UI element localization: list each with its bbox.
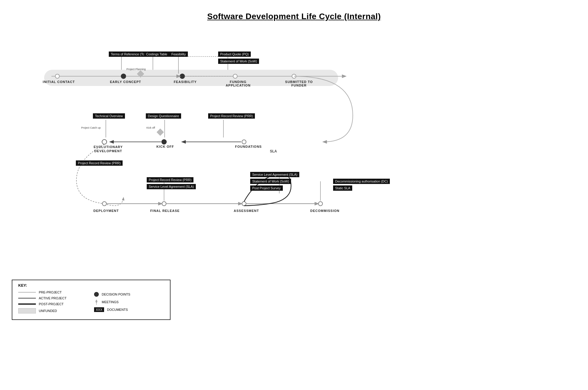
key-documents-label: DOCUMENTS bbox=[107, 308, 128, 311]
key-unfunded: UNFUNDED bbox=[18, 308, 88, 313]
stage-kick-off: KICK OFF bbox=[151, 145, 180, 148]
key-active-project-line bbox=[18, 298, 36, 298]
doc-static-sla[interactable]: Static SLA bbox=[333, 185, 352, 191]
key-active-project-label: ACTIVE PROJECT bbox=[39, 296, 66, 300]
svg-point-20 bbox=[162, 140, 166, 144]
svg-point-19 bbox=[102, 140, 107, 144]
doc-feasibility[interactable]: Feasibility bbox=[169, 52, 188, 57]
svg-point-4 bbox=[180, 74, 185, 79]
stage-deployment: DEPLOYMENT bbox=[90, 209, 122, 213]
key-meetings: MEETINGS bbox=[94, 299, 164, 305]
doc-costings-table[interactable]: Costings Table bbox=[144, 52, 169, 57]
small-project-catchup: Project Catch up bbox=[81, 126, 101, 129]
key-unfunded-box bbox=[18, 308, 36, 313]
key-decision-points: DECISION POINTS bbox=[94, 292, 164, 297]
key-post-project-line bbox=[18, 303, 36, 305]
svg-point-29 bbox=[318, 202, 323, 206]
stage-funding-application: FUNDING APPLICATION bbox=[219, 80, 257, 87]
stage-evol-dev: EVOLUTIONARYDEVELOPMENT bbox=[91, 145, 126, 153]
key-meetings-icon bbox=[94, 299, 99, 305]
doc-prr-evol[interactable]: Project Record Review (PRR) bbox=[76, 160, 123, 166]
page-title: Software Development Life Cycle (Interna… bbox=[0, 0, 588, 21]
diagram-svg bbox=[0, 27, 588, 292]
key-decision-label: DECISION POINTS bbox=[102, 293, 130, 296]
svg-marker-37 bbox=[96, 300, 97, 303]
doc-sla-assessment[interactable]: Service Level Agreement (SLA) bbox=[250, 172, 299, 177]
stage-final-release: FINAL RELEASE bbox=[149, 209, 181, 213]
doc-sow-assessment[interactable]: Statement of Work (SoW) bbox=[250, 179, 291, 184]
key-title: KEY: bbox=[18, 283, 164, 288]
stage-feasibility: FEASIBILITY bbox=[169, 80, 201, 84]
svg-point-2 bbox=[55, 74, 59, 78]
small-project-planning: Project Planning bbox=[126, 68, 146, 71]
key-grid: PRE-PROJECT ACTIVE PROJECT POST-PROJECT … bbox=[18, 291, 164, 313]
svg-point-3 bbox=[121, 74, 126, 79]
doc-prr-row2[interactable]: Project Record Review (PRR) bbox=[208, 113, 255, 119]
key-box: KEY: PRE-PROJECT ACTIVE PROJECT POST-PRO… bbox=[12, 280, 171, 320]
svg-point-27 bbox=[162, 202, 166, 206]
doc-technical-overview[interactable]: Technical Overview bbox=[93, 113, 125, 119]
doc-sla-row3[interactable]: Service Level Agreement (SLA) bbox=[147, 184, 196, 189]
doc-design-questionnaire[interactable]: Design Questionnaire bbox=[146, 113, 181, 119]
svg-marker-22 bbox=[157, 129, 164, 136]
doc-decommission-auth[interactable]: Decommissioning authorisation (DC) bbox=[333, 179, 390, 184]
stage-assessment: ASSESSMENT bbox=[230, 209, 263, 213]
key-doc-box: XXX bbox=[94, 307, 104, 312]
stage-early-concept: EARLY CONCEPT bbox=[109, 80, 142, 84]
key-active-project: ACTIVE PROJECT bbox=[18, 296, 88, 300]
small-sla: SLA bbox=[270, 149, 277, 153]
key-pre-project-label: PRE-PROJECT bbox=[39, 291, 62, 294]
svg-point-26 bbox=[102, 202, 106, 206]
key-decision-circle bbox=[94, 292, 99, 297]
svg-point-5 bbox=[233, 74, 237, 78]
key-pre-project: PRE-PROJECT bbox=[18, 291, 88, 294]
doc-post-project-survey[interactable]: Post Project Survey bbox=[250, 185, 283, 191]
stage-decommission: DECOMMISSION bbox=[307, 209, 343, 213]
key-pre-project-line bbox=[18, 292, 36, 293]
key-meetings-label: MEETINGS bbox=[102, 300, 118, 304]
key-post-project-label: POST-PROJECT bbox=[39, 302, 64, 306]
doc-prr-row3[interactable]: Project Record Review (PRR) bbox=[147, 177, 193, 182]
key-post-project: POST-PROJECT bbox=[18, 302, 88, 306]
stage-foundations: FOUNDATIONS bbox=[232, 145, 265, 148]
stage-initial-contact: INITIAL CONTACT bbox=[43, 80, 75, 84]
doc-product-quote[interactable]: Product Quote (PQ) bbox=[218, 52, 251, 57]
small-kick-off: Kick off bbox=[146, 126, 155, 129]
svg-point-28 bbox=[242, 202, 246, 206]
svg-point-21 bbox=[242, 140, 246, 144]
doc-statement-of-work-1[interactable]: Statement of Work (SoW) bbox=[218, 59, 259, 64]
key-documents: XXX DOCUMENTS bbox=[94, 307, 164, 312]
diagram-container: Terms of Reference (ToR) Costings Table … bbox=[0, 27, 588, 292]
doc-terms-of-reference[interactable]: Terms of Reference (ToR) bbox=[109, 52, 150, 57]
key-unfunded-label: UNFUNDED bbox=[39, 309, 57, 313]
stage-submitted-to-funder: SUBMITTED TO FUNDER bbox=[277, 80, 321, 87]
